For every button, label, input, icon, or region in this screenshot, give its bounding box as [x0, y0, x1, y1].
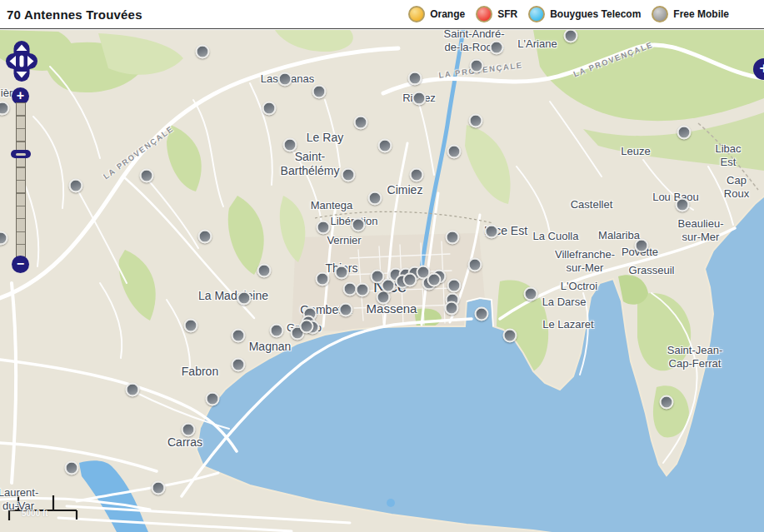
zoom-handle-slit-icon — [16, 153, 26, 156]
antenna-marker[interactable] — [232, 358, 246, 372]
antenna-marker[interactable] — [503, 329, 517, 343]
antenna-marker[interactable] — [300, 320, 314, 334]
antenna-marker[interactable] — [445, 301, 459, 316]
pan-center-icon — [20, 56, 24, 67]
antenna-marker[interactable] — [524, 287, 538, 301]
legend-item-bouygues-telecom: Bouygues Telecom — [528, 6, 641, 22]
legend-item-free-mobile: Free Mobile — [652, 6, 729, 22]
antenna-marker[interactable] — [270, 324, 284, 338]
antenna-marker[interactable] — [232, 329, 246, 343]
antenna-marker[interactable] — [378, 139, 392, 153]
antenna-marker[interactable] — [354, 116, 368, 130]
antenna-marker[interactable] — [368, 191, 382, 206]
antenna-marker[interactable] — [312, 85, 327, 99]
antenna-marker[interactable] — [412, 92, 427, 106]
antenna-marker[interactable] — [140, 169, 154, 183]
antenna-marker[interactable] — [278, 72, 292, 87]
legend-dot-icon — [476, 6, 492, 22]
antenna-marker[interactable] — [182, 423, 196, 437]
antenna-marker[interactable] — [126, 383, 140, 397]
antenna-marker[interactable] — [356, 283, 370, 297]
antenna-marker[interactable] — [490, 41, 504, 55]
antenna-marker[interactable] — [206, 392, 220, 406]
antenna-marker[interactable] — [335, 266, 349, 280]
legend: OrangeSFRBouygues TelecomFree Mobile — [408, 6, 729, 22]
antenna-marker[interactable] — [237, 291, 252, 306]
antenna-marker[interactable] — [352, 218, 366, 232]
header: 70 Antennes Trouvées OrangeSFRBouygues T… — [0, 0, 764, 29]
legend-dot-icon — [408, 6, 425, 22]
zoom-out-button[interactable]: − — [12, 256, 29, 273]
antenna-marker[interactable] — [470, 59, 484, 73]
antenna-marker[interactable] — [152, 481, 166, 495]
antenna-marker[interactable] — [676, 198, 690, 212]
antenna-marker[interactable] — [65, 461, 79, 475]
antenna-marker[interactable] — [184, 319, 198, 333]
antenna-marker[interactable] — [403, 273, 417, 287]
antenna-marker[interactable] — [410, 168, 424, 182]
antenna-marker[interactable] — [475, 307, 489, 321]
map-viewport[interactable]: Saint-André- de-la-RocheL'ArianeLas Plan… — [0, 30, 764, 532]
legend-item-sfr: SFR — [476, 6, 517, 22]
antenna-marker[interactable] — [382, 279, 396, 293]
antenna-marker[interactable] — [468, 258, 482, 272]
antenna-marker[interactable] — [69, 179, 83, 193]
legend-item-orange: Orange — [408, 6, 465, 22]
antenna-marker[interactable] — [427, 273, 442, 287]
legend-label: Orange — [430, 8, 465, 20]
antenna-marker[interactable] — [196, 45, 210, 59]
antenna-marker[interactable] — [469, 114, 483, 128]
antenna-marker[interactable] — [317, 221, 331, 235]
pond — [387, 499, 395, 507]
app: 70 Antennes Trouvées OrangeSFRBouygues T… — [0, 0, 764, 532]
scale-label: 5000 ft — [22, 509, 48, 518]
antenna-marker[interactable] — [660, 395, 674, 410]
antenna-marker[interactable] — [446, 231, 460, 245]
antenna-marker[interactable] — [485, 225, 499, 239]
antenna-marker[interactable] — [316, 272, 330, 286]
zoom-slider-handle[interactable] — [11, 150, 31, 158]
antenna-marker[interactable] — [257, 264, 272, 278]
legend-dot-icon — [652, 6, 668, 22]
antenna-marker[interactable] — [677, 126, 692, 140]
antenna-marker[interactable] — [447, 279, 462, 293]
antenna-marker[interactable] — [342, 168, 356, 182]
legend-label: Free Mobile — [673, 8, 729, 20]
legend-label: Bouygues Telecom — [550, 8, 641, 20]
antenna-marker[interactable] — [339, 303, 353, 317]
legend-label: SFR — [497, 8, 517, 20]
antenna-marker[interactable] — [262, 102, 277, 116]
legend-dot-icon — [528, 6, 545, 22]
antenna-marker[interactable] — [447, 145, 462, 159]
page-title: 70 Antennes Trouvées — [7, 7, 142, 22]
pan-control[interactable] — [6, 41, 37, 82]
antenna-marker[interactable] — [408, 72, 422, 86]
zoom-slider-track[interactable] — [16, 102, 26, 257]
antenna-marker[interactable] — [635, 239, 649, 253]
antenna-marker[interactable] — [198, 230, 212, 244]
antenna-marker[interactable] — [283, 138, 297, 152]
